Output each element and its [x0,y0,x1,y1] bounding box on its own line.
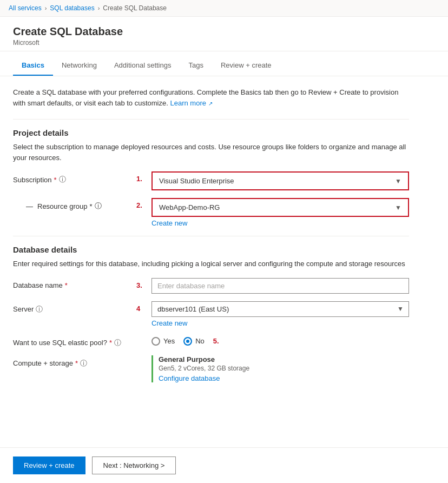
database-name-step: 3. [136,278,147,289]
resource-group-control: WebApp-Demo-RG ▼ Create new [151,198,409,227]
server-info-icon[interactable]: ⓘ [36,305,43,314]
resource-group-row: — Resource group * ⓘ 2. WebApp-Demo-RG ▼… [13,198,409,227]
next-networking-button[interactable]: Next : Networking > [92,456,176,474]
subscription-row: Subscription * ⓘ 1. Visual Studio Enterp… [13,171,409,190]
subscription-control: Visual Studio Enterprise ▼ [151,171,409,190]
breadcrumb-current: Create SQL Database [103,4,167,12]
resource-group-highlight-box: WebApp-Demo-RG ▼ [151,198,409,217]
database-name-control [151,278,409,294]
section-divider-1 [13,119,409,120]
elastic-pool-radio-group: Yes No 5. [151,335,409,346]
database-name-row: Database name * 3. [13,278,409,294]
elastic-pool-required: * [109,339,112,347]
compute-storage-label: Compute + storage * ⓘ [13,355,132,368]
elastic-pool-yes-label: Yes [163,337,175,345]
tab-basics[interactable]: Basics [13,56,53,76]
resource-group-info-icon[interactable]: ⓘ [95,201,102,211]
tab-tags[interactable]: Tags [180,56,212,76]
breadcrumb-sep-2: › [98,5,100,11]
subscription-select-wrapper: Visual Studio Enterprise ▼ [154,174,407,188]
compute-storage-control: General Purpose Gen5, 2 vCores, 32 GB st… [151,355,409,382]
page-subtitle: Microsoft [13,39,435,47]
compute-storage-required: * [75,359,78,367]
project-details-desc: Select the subscription to manage deploy… [13,142,409,163]
resource-group-select-wrapper: WebApp-Demo-RG ▼ [154,200,407,215]
learn-more-link[interactable]: Learn more ↗ [170,99,212,107]
external-link-icon: ↗ [208,101,213,107]
server-select[interactable]: dbserver101 (East US) [151,301,409,317]
database-details-desc: Enter required settings for this databas… [13,259,409,269]
project-details-section: Project details Select the subscription … [13,128,409,163]
elastic-pool-yes-radio[interactable] [151,337,160,346]
resource-group-create-new[interactable]: Create new [151,219,187,227]
subscription-select[interactable]: Visual Studio Enterprise [154,174,407,188]
subscription-step: 1. [136,171,147,183]
intro-text: Create a SQL database with your preferre… [13,87,409,108]
tab-bar: Basics Networking Additional settings Ta… [0,56,448,76]
database-details-section: Database details Enter required settings… [13,245,409,269]
elastic-pool-control: Yes No 5. [151,335,409,346]
section-divider-2 [13,236,409,236]
tab-review-create[interactable]: Review + create [212,56,280,76]
tab-networking[interactable]: Networking [53,56,106,76]
elastic-pool-no-option[interactable]: No [183,337,205,346]
compute-storage-details: General Purpose Gen5, 2 vCores, 32 GB st… [151,355,409,382]
page-header: Create SQL Database Microsoft [0,17,448,51]
server-control: dbserver101 (East US) ▼ Create new [151,301,409,327]
resource-group-label: — Resource group * ⓘ [13,198,132,211]
breadcrumb-sql-databases[interactable]: SQL databases [50,4,94,12]
compute-storage-detail: Gen5, 2 vCores, 32 GB storage [159,365,409,372]
server-label: Server ⓘ [13,301,132,314]
database-name-label: Database name * [13,278,132,289]
resource-group-required: * [90,202,93,210]
compute-storage-row: Compute + storage * ⓘ General Purpose Ge… [13,355,409,382]
database-name-required: * [65,281,68,289]
review-create-button[interactable]: Review + create [13,456,85,474]
breadcrumb-all-services[interactable]: All services [9,4,42,12]
subscription-highlight-box: Visual Studio Enterprise ▼ [151,171,409,190]
resource-group-step: 2. [136,198,147,209]
subscription-info-icon[interactable]: ⓘ [59,175,66,184]
configure-database-link[interactable]: Configure database [159,374,220,382]
elastic-pool-label: Want to use SQL elastic pool? * ⓘ [13,335,132,348]
subscription-label: Subscription * ⓘ [13,171,132,184]
elastic-pool-row: Want to use SQL elastic pool? * ⓘ Yes No… [13,335,409,348]
database-details-title: Database details [13,245,409,254]
elastic-pool-yes-option[interactable]: Yes [151,337,175,346]
subscription-required: * [54,176,57,184]
main-content: Create a SQL database with your preferre… [0,76,422,401]
server-row: Server ⓘ 4 dbserver101 (East US) ▼ Creat… [13,301,409,327]
compute-storage-info-icon[interactable]: ⓘ [80,359,87,368]
footer: Review + create Next : Networking > [0,447,448,483]
page-title: Create SQL Database [13,25,435,38]
breadcrumb-sep-1: › [45,5,47,11]
server-create-new[interactable]: Create new [151,319,187,327]
elastic-pool-no-label: No [195,337,205,345]
elastic-pool-step: 5. [213,337,219,345]
breadcrumb: All services › SQL databases › Create SQ… [0,0,448,17]
server-step: 4 [136,301,147,313]
compute-storage-title: General Purpose [159,355,409,363]
resource-group-select[interactable]: WebApp-Demo-RG [154,200,407,215]
tab-additional-settings[interactable]: Additional settings [106,56,180,76]
project-details-title: Project details [13,128,409,137]
elastic-pool-no-radio[interactable] [183,337,192,346]
elastic-pool-info-icon[interactable]: ⓘ [114,338,121,348]
server-select-wrapper: dbserver101 (East US) ▼ [151,301,409,317]
database-name-input[interactable] [151,278,409,294]
